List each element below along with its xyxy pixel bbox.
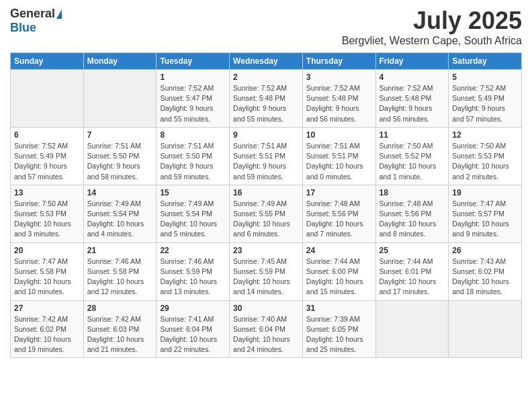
day-detail: Sunrise: 7:52 AM Sunset: 5:47 PM Dayligh…: [160, 83, 226, 124]
calendar-cell: 29Sunrise: 7:41 AM Sunset: 6:04 PM Dayli…: [157, 300, 230, 358]
calendar-cell: 14Sunrise: 7:49 AM Sunset: 5:54 PM Dayli…: [83, 185, 157, 242]
day-detail: Sunrise: 7:46 AM Sunset: 5:58 PM Dayligh…: [87, 257, 153, 298]
day-detail: Sunrise: 7:52 AM Sunset: 5:48 PM Dayligh…: [380, 83, 445, 124]
day-detail: Sunrise: 7:50 AM Sunset: 5:53 PM Dayligh…: [452, 141, 518, 182]
calendar-cell: 13Sunrise: 7:50 AM Sunset: 5:53 PM Dayli…: [11, 185, 84, 242]
day-number: 18: [380, 188, 445, 197]
day-detail: Sunrise: 7:51 AM Sunset: 5:51 PM Dayligh…: [233, 141, 299, 182]
calendar-table: SundayMondayTuesdayWednesdayThursdayFrid…: [10, 52, 522, 358]
calendar-location: Bergvliet, Western Cape, South Africa: [342, 35, 522, 47]
day-number: 6: [14, 130, 80, 140]
calendar-cell: 21Sunrise: 7:46 AM Sunset: 5:58 PM Dayli…: [83, 242, 157, 300]
calendar-cell: 5Sunrise: 7:52 AM Sunset: 5:49 PM Daylig…: [449, 70, 522, 128]
calendar-cell: 6Sunrise: 7:52 AM Sunset: 5:49 PM Daylig…: [11, 127, 84, 185]
header-cell-sunday: Sunday: [11, 53, 84, 70]
day-detail: Sunrise: 7:43 AM Sunset: 6:02 PM Dayligh…: [452, 257, 518, 298]
calendar-cell: 28Sunrise: 7:42 AM Sunset: 6:03 PM Dayli…: [83, 300, 157, 358]
day-number: 7: [87, 130, 153, 140]
calendar-week-5: 27Sunrise: 7:42 AM Sunset: 6:02 PM Dayli…: [11, 300, 522, 358]
logo-general-text: General: [10, 7, 55, 21]
day-number: 12: [452, 130, 518, 140]
calendar-cell: 17Sunrise: 7:48 AM Sunset: 5:56 PM Dayli…: [302, 185, 375, 242]
day-number: 3: [306, 73, 372, 82]
day-number: 26: [452, 246, 518, 255]
day-number: 29: [160, 304, 226, 313]
calendar-cell: 10Sunrise: 7:51 AM Sunset: 5:51 PM Dayli…: [302, 127, 375, 185]
day-number: 20: [14, 246, 80, 255]
header-cell-wednesday: Wednesday: [230, 53, 303, 70]
day-detail: Sunrise: 7:47 AM Sunset: 5:58 PM Dayligh…: [14, 257, 80, 298]
day-number: 11: [380, 130, 445, 140]
day-detail: Sunrise: 7:52 AM Sunset: 5:49 PM Dayligh…: [452, 83, 518, 124]
calendar-cell: 15Sunrise: 7:49 AM Sunset: 5:54 PM Dayli…: [157, 185, 230, 242]
calendar-cell: 27Sunrise: 7:42 AM Sunset: 6:02 PM Dayli…: [11, 300, 84, 358]
calendar-cell: 18Sunrise: 7:48 AM Sunset: 5:56 PM Dayli…: [375, 185, 449, 242]
day-detail: Sunrise: 7:41 AM Sunset: 6:04 PM Dayligh…: [160, 314, 226, 355]
calendar-cell: [375, 300, 449, 358]
day-detail: Sunrise: 7:45 AM Sunset: 5:59 PM Dayligh…: [233, 257, 299, 298]
day-detail: Sunrise: 7:51 AM Sunset: 5:50 PM Dayligh…: [160, 141, 226, 182]
calendar-title: July 2025: [342, 7, 522, 35]
day-detail: Sunrise: 7:50 AM Sunset: 5:53 PM Dayligh…: [14, 199, 80, 240]
day-number: 13: [14, 188, 80, 197]
day-number: 9: [233, 130, 299, 140]
day-detail: Sunrise: 7:39 AM Sunset: 6:05 PM Dayligh…: [306, 314, 372, 355]
header-cell-tuesday: Tuesday: [157, 53, 230, 70]
day-detail: Sunrise: 7:44 AM Sunset: 6:01 PM Dayligh…: [380, 257, 445, 298]
day-number: 5: [452, 73, 518, 82]
calendar-cell: 12Sunrise: 7:50 AM Sunset: 5:53 PM Dayli…: [449, 127, 522, 185]
day-number: 1: [160, 73, 226, 82]
calendar-cell: 24Sunrise: 7:44 AM Sunset: 6:00 PM Dayli…: [302, 242, 375, 300]
day-detail: Sunrise: 7:42 AM Sunset: 6:02 PM Dayligh…: [14, 314, 80, 355]
page-header: General Blue July 2025 Bergvliet, Wester…: [10, 7, 522, 47]
day-number: 19: [452, 188, 518, 197]
calendar-cell: 22Sunrise: 7:46 AM Sunset: 5:59 PM Dayli…: [157, 242, 230, 300]
header-cell-saturday: Saturday: [449, 53, 522, 70]
day-detail: Sunrise: 7:48 AM Sunset: 5:56 PM Dayligh…: [306, 199, 372, 240]
title-block: July 2025 Bergvliet, Western Cape, South…: [342, 7, 522, 47]
calendar-cell: 16Sunrise: 7:49 AM Sunset: 5:55 PM Dayli…: [230, 185, 303, 242]
header-cell-monday: Monday: [83, 53, 157, 70]
calendar-cell: 3Sunrise: 7:52 AM Sunset: 5:48 PM Daylig…: [302, 70, 375, 128]
day-detail: Sunrise: 7:52 AM Sunset: 5:48 PM Dayligh…: [306, 83, 372, 124]
day-detail: Sunrise: 7:49 AM Sunset: 5:54 PM Dayligh…: [160, 199, 226, 240]
calendar-cell: 4Sunrise: 7:52 AM Sunset: 5:48 PM Daylig…: [375, 70, 449, 128]
calendar-cell: 20Sunrise: 7:47 AM Sunset: 5:58 PM Dayli…: [11, 242, 84, 300]
day-number: 28: [87, 304, 153, 313]
calendar-cell: [83, 70, 157, 128]
calendar-cell: 26Sunrise: 7:43 AM Sunset: 6:02 PM Dayli…: [449, 242, 522, 300]
header-cell-friday: Friday: [375, 53, 449, 70]
day-number: 16: [233, 188, 299, 197]
calendar-cell: 9Sunrise: 7:51 AM Sunset: 5:51 PM Daylig…: [230, 127, 303, 185]
day-number: 17: [306, 188, 372, 197]
header-cell-thursday: Thursday: [302, 53, 375, 70]
calendar-header: SundayMondayTuesdayWednesdayThursdayFrid…: [11, 53, 522, 70]
calendar-week-2: 6Sunrise: 7:52 AM Sunset: 5:49 PM Daylig…: [11, 127, 522, 185]
calendar-body: 1Sunrise: 7:52 AM Sunset: 5:47 PM Daylig…: [11, 70, 522, 358]
day-detail: Sunrise: 7:49 AM Sunset: 5:55 PM Dayligh…: [233, 199, 299, 240]
calendar-cell: 7Sunrise: 7:51 AM Sunset: 5:50 PM Daylig…: [83, 127, 157, 185]
day-number: 10: [306, 130, 372, 140]
logo-icon: [56, 9, 62, 19]
day-number: 21: [87, 246, 153, 255]
day-detail: Sunrise: 7:52 AM Sunset: 5:48 PM Dayligh…: [233, 83, 299, 124]
calendar-cell: 1Sunrise: 7:52 AM Sunset: 5:47 PM Daylig…: [157, 70, 230, 128]
day-number: 24: [306, 246, 372, 255]
day-number: 31: [306, 304, 372, 313]
day-number: 2: [233, 73, 299, 82]
logo: General Blue: [10, 7, 62, 35]
day-detail: Sunrise: 7:47 AM Sunset: 5:57 PM Dayligh…: [452, 199, 518, 240]
day-detail: Sunrise: 7:42 AM Sunset: 6:03 PM Dayligh…: [87, 314, 153, 355]
day-number: 4: [380, 73, 445, 82]
logo-blue-text: Blue: [10, 21, 36, 35]
day-detail: Sunrise: 7:51 AM Sunset: 5:50 PM Dayligh…: [87, 141, 153, 182]
header-row: SundayMondayTuesdayWednesdayThursdayFrid…: [11, 53, 522, 70]
calendar-cell: 11Sunrise: 7:50 AM Sunset: 5:52 PM Dayli…: [375, 127, 449, 185]
calendar-week-1: 1Sunrise: 7:52 AM Sunset: 5:47 PM Daylig…: [11, 70, 522, 128]
day-detail: Sunrise: 7:52 AM Sunset: 5:49 PM Dayligh…: [14, 141, 80, 182]
day-number: 23: [233, 246, 299, 255]
calendar-cell: [449, 300, 522, 358]
calendar-cell: [11, 70, 84, 128]
day-number: 27: [14, 304, 80, 313]
day-detail: Sunrise: 7:51 AM Sunset: 5:51 PM Dayligh…: [306, 141, 372, 182]
